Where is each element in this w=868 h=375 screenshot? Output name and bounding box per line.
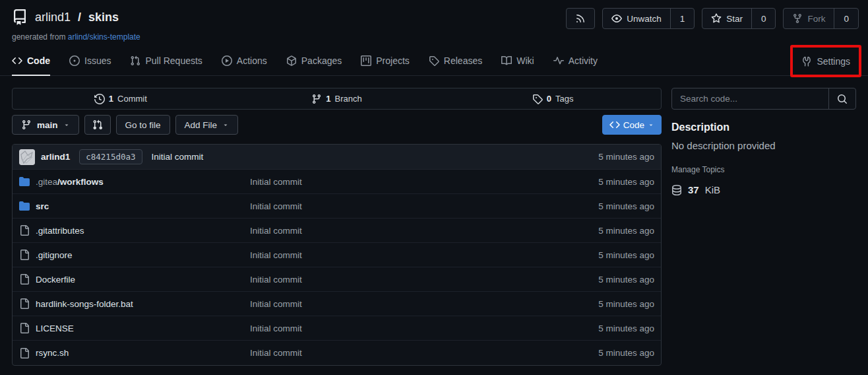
tab-settings[interactable]: Settings: [801, 56, 850, 67]
commits-count: 1: [109, 94, 113, 104]
file-link[interactable]: Dockerfile: [36, 275, 75, 285]
file-link[interactable]: LICENSE: [36, 324, 74, 333]
tab-projects[interactable]: Projects: [361, 46, 410, 75]
branches-count: 1: [326, 94, 330, 104]
fork-label: Fork: [807, 14, 825, 24]
branch-selector[interactable]: main: [12, 115, 79, 135]
tab-actions[interactable]: Actions: [222, 46, 267, 75]
commit-hash[interactable]: c84215d0a3: [79, 149, 142, 164]
tab-issues[interactable]: Issues: [69, 46, 111, 75]
search-input[interactable]: [672, 88, 828, 109]
file-name-cell: hardlink-songs-folder.bat: [19, 298, 250, 309]
repo-sidebar: Description No description provided Mana…: [671, 88, 856, 195]
file-icon: [19, 225, 30, 236]
forks-count[interactable]: 0: [834, 9, 858, 28]
file-commit-message[interactable]: Initial commit: [250, 275, 598, 285]
code-download-button[interactable]: Code: [602, 115, 662, 135]
play-circle-icon: [222, 55, 232, 66]
table-row[interactable]: LICENSE Initial commit 5 minutes ago: [13, 316, 661, 341]
branch-name: main: [37, 120, 58, 130]
file-commit-message[interactable]: Initial commit: [250, 177, 598, 187]
manage-topics-link[interactable]: Manage Topics: [671, 165, 856, 174]
fork-icon: [792, 13, 803, 24]
table-row[interactable]: rsync.sh Initial commit 5 minutes ago: [13, 341, 661, 365]
file-link[interactable]: .gitignore: [36, 250, 73, 260]
file-commit-message[interactable]: Initial commit: [250, 324, 598, 333]
commits-stat[interactable]: 1 Commit: [13, 88, 229, 109]
tab-releases-label: Releases: [444, 55, 482, 66]
file-link[interactable]: hardlink-songs-folder.bat: [36, 299, 133, 309]
project-board-icon: [361, 55, 371, 66]
file-icon: [19, 274, 30, 285]
folder-link[interactable]: /workflows: [57, 177, 104, 187]
branches-stat[interactable]: 1 Branch: [229, 88, 445, 109]
unwatch-label: Unwatch: [627, 14, 662, 24]
tab-packages[interactable]: Packages: [286, 46, 342, 75]
commit-message[interactable]: Initial commit: [152, 152, 204, 162]
template-repo-link[interactable]: arlind/skins-template: [68, 32, 140, 42]
file-commit-message[interactable]: Initial commit: [250, 348, 598, 358]
file-link[interactable]: .gitattributes: [36, 226, 84, 236]
table-row[interactable]: .gitea/workflows Initial commit 5 minute…: [13, 170, 661, 194]
compare-button[interactable]: [84, 115, 111, 135]
tags-stat[interactable]: 0 Tags: [445, 88, 661, 109]
git-branch-icon: [311, 94, 322, 104]
code-brackets-icon: [12, 55, 22, 66]
tab-wiki[interactable]: Wiki: [501, 46, 534, 75]
rss-button[interactable]: [566, 8, 595, 29]
book-icon: [501, 55, 512, 66]
unwatch-button[interactable]: Unwatch: [603, 9, 670, 28]
tags-label: Tags: [555, 94, 573, 104]
avatar[interactable]: [19, 149, 35, 165]
chevron-down-icon: [648, 121, 654, 128]
history-icon: [94, 94, 105, 104]
file-name-cell: LICENSE: [19, 323, 250, 333]
tools-icon: [801, 56, 812, 67]
file-link[interactable]: rsync.sh: [36, 348, 69, 358]
tab-releases[interactable]: Releases: [429, 46, 482, 75]
repo-size: 37 KiB: [671, 184, 856, 195]
fork-button[interactable]: Fork: [784, 9, 834, 28]
file-name-cell: .gitea/workflows: [19, 176, 250, 187]
star-button[interactable]: Star: [702, 9, 751, 28]
repo-title-separator: /: [78, 11, 81, 24]
folder-path-prefix: .gitea: [36, 177, 57, 187]
star-label: Star: [726, 14, 743, 24]
rss-icon: [567, 9, 594, 28]
repo-toolbar: main Go to file Add File Code: [12, 115, 662, 135]
commit-author[interactable]: arlind1: [41, 152, 70, 162]
go-to-file-button[interactable]: Go to file: [116, 115, 170, 135]
table-row[interactable]: .gitignore Initial commit 5 minutes ago: [13, 243, 661, 267]
watchers-count[interactable]: 1: [670, 9, 695, 28]
file-name-cell: src: [19, 201, 250, 211]
tab-code[interactable]: Code: [12, 46, 50, 76]
latest-commit-row: arlind1 c84215d0a3 Initial commit 5 minu…: [13, 145, 661, 170]
folder-link[interactable]: src: [36, 201, 49, 211]
description-title: Description: [671, 121, 856, 133]
table-row[interactable]: .gitattributes Initial commit 5 minutes …: [13, 219, 661, 243]
tab-pull-requests[interactable]: Pull Requests: [130, 46, 202, 75]
tab-wiki-label: Wiki: [516, 55, 534, 66]
file-commit-message[interactable]: Initial commit: [250, 201, 598, 211]
database-icon: [671, 185, 682, 195]
table-row[interactable]: hardlink-songs-folder.bat Initial commit…: [13, 292, 661, 316]
file-icon: [19, 250, 30, 260]
generated-from-label: generated from: [12, 32, 65, 42]
branches-label: Branch: [335, 94, 362, 104]
package-icon: [286, 55, 297, 66]
repo-name-link[interactable]: skins: [88, 11, 119, 24]
add-file-button[interactable]: Add File: [175, 115, 239, 135]
tab-activity[interactable]: Activity: [553, 46, 598, 75]
table-row[interactable]: Dockerfile Initial commit 5 minutes ago: [13, 267, 661, 292]
tab-issues-label: Issues: [84, 55, 111, 66]
file-commit-message[interactable]: Initial commit: [250, 299, 598, 309]
table-row[interactable]: src Initial commit 5 minutes ago: [13, 194, 661, 219]
search-button[interactable]: [828, 88, 855, 109]
file-commit-message[interactable]: Initial commit: [250, 250, 598, 260]
file-commit-message[interactable]: Initial commit: [250, 226, 598, 236]
repo-owner-link[interactable]: arlind1: [35, 11, 71, 24]
stars-count[interactable]: 0: [751, 9, 776, 28]
chevron-down-icon: [222, 121, 229, 128]
watch-button-group: Unwatch 1: [602, 8, 695, 29]
tab-actions-label: Actions: [237, 55, 267, 66]
